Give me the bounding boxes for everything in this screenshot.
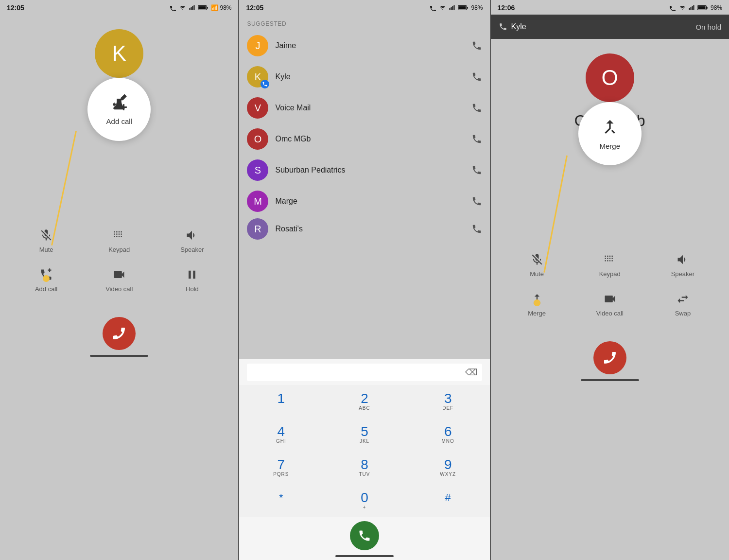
phone-icon-1 [169, 5, 177, 11]
key-3[interactable]: 3DEF [406, 385, 490, 418]
yellow-dot-3 [534, 299, 540, 306]
on-hold-bar: Kyle On hold [491, 15, 729, 39]
key-2[interactable]: 2ABC [323, 385, 406, 418]
status-icons-2: 98% [429, 4, 483, 11]
speaker-icon-3 [676, 253, 690, 266]
status-bar-3: 12:06 98% [491, 0, 729, 15]
contacts-list: SUGGESTED J Jaime K Kyle V Voi [239, 15, 489, 359]
svg-rect-5 [207, 7, 208, 9]
key-6[interactable]: 6MNO [406, 418, 490, 451]
mute-label-3: Mute [530, 270, 544, 278]
contact-item-rosatis[interactable]: R Rosati's [239, 217, 489, 241]
svg-rect-15 [690, 7, 691, 10]
end-call-btn-1[interactable] [103, 317, 136, 350]
key-4[interactable]: 4GHI [239, 418, 323, 451]
end-call-icon-3 [602, 350, 618, 366]
key-9[interactable]: 9WXYZ [406, 451, 490, 484]
merge-icon-circle [600, 117, 620, 141]
video-call-btn-1[interactable]: Video call [87, 268, 151, 293]
status-icons-1: 📶 98% [169, 4, 231, 11]
call-icon-suburban [471, 165, 482, 175]
home-indicator-2 [335, 555, 394, 557]
key-hash[interactable]: # [406, 484, 490, 517]
mute-btn-1[interactable]: Mute [15, 228, 78, 253]
contact-item-omcmgb[interactable]: O Omc MGb [239, 123, 489, 155]
avatar-kyle: K [95, 29, 143, 78]
highlight-circle-add-call[interactable]: Add call [87, 78, 151, 141]
svg-rect-8 [451, 7, 452, 10]
speaker-label-1: Speaker [180, 246, 204, 253]
mute-btn-3[interactable]: Mute [505, 253, 569, 278]
keypad-label-1: Keypad [108, 246, 130, 253]
call-icon-marge [471, 196, 482, 207]
speaker-btn-3[interactable]: Speaker [651, 253, 714, 278]
video-call-label-3: Video call [596, 310, 624, 317]
hold-btn-1[interactable]: Hold [160, 268, 224, 293]
mute-icon [39, 228, 53, 242]
svg-rect-1 [191, 7, 192, 10]
contact-item-suburban[interactable]: S Suburban Pediatrics [239, 155, 489, 186]
keypad-btn-3[interactable]: Keypad [578, 253, 642, 278]
svg-rect-19 [706, 7, 707, 9]
svg-rect-13 [459, 6, 466, 9]
contact-item-jaime[interactable]: J Jaime [239, 30, 489, 61]
wifi-icon-3 [679, 5, 686, 11]
end-call-btn-3[interactable] [593, 341, 626, 374]
avatar-kyle-2: K [247, 66, 268, 88]
svg-rect-10 [454, 5, 455, 10]
delete-icon[interactable]: ⌫ [465, 367, 477, 378]
time-1: 12:05 [7, 4, 24, 12]
key-0[interactable]: 0+ [323, 484, 406, 517]
battery-pct-3: 98% [711, 4, 722, 11]
active-call-icon [262, 81, 268, 87]
svg-rect-2 [192, 6, 193, 10]
green-call-btn[interactable] [350, 521, 379, 550]
key-1[interactable]: 1 [239, 385, 323, 418]
signal-icon-3 [688, 5, 695, 11]
svg-rect-20 [698, 6, 705, 9]
contact-item-voicemail[interactable]: V Voice Mail [239, 92, 489, 123]
dial-input[interactable] [252, 368, 465, 377]
merge-label-circle: Merge [599, 142, 620, 150]
key-star[interactable]: * [239, 484, 323, 517]
swap-btn-3[interactable]: Swap [651, 292, 714, 317]
speaker-btn-1[interactable]: Speaker [160, 228, 224, 253]
merge-label-grid: Merge [528, 310, 546, 317]
screen1-kyle-call: 12:05 📶 98% K Kyle HD 00:03 [0, 0, 239, 560]
video-call-icon [112, 268, 126, 281]
battery-icon-1 [198, 5, 208, 11]
merge-btn-3[interactable]: Merge [505, 292, 569, 317]
add-call-btn-1[interactable]: Add call [15, 268, 78, 293]
video-call-btn-3[interactable]: Video call [578, 292, 642, 317]
phone-icon-3 [669, 5, 677, 11]
contact-item-marge[interactable]: M Marge [239, 186, 489, 217]
key-8[interactable]: 8TUV [323, 451, 406, 484]
home-indicator-1 [90, 355, 148, 357]
avatar-omcmgb: O [247, 128, 268, 150]
avatar-marge: M [247, 191, 268, 212]
active-call-badge [260, 80, 269, 88]
keypad-icon-3 [603, 253, 617, 266]
yellow-dot-1 [43, 275, 50, 282]
svg-rect-3 [194, 5, 195, 10]
avatar-voicemail: V [247, 97, 268, 119]
video-call-label-1: Video call [105, 285, 133, 293]
video-call-icon-3 [603, 292, 617, 306]
contact-item-kyle[interactable]: K Kyle [239, 61, 489, 92]
svg-rect-0 [190, 8, 191, 10]
key-5[interactable]: 5JKL [323, 418, 406, 451]
speaker-label-3: Speaker [671, 270, 694, 278]
svg-rect-14 [689, 8, 690, 10]
highlight-circle-merge[interactable]: Merge [578, 102, 642, 165]
call-icon-kyle [471, 71, 482, 82]
keypad-btn-1[interactable]: Keypad [87, 228, 151, 253]
svg-rect-9 [452, 6, 453, 10]
search-bar: ⌫ [247, 364, 482, 381]
avatar-suburban: S [247, 159, 268, 181]
key-7[interactable]: 7PQRS [239, 451, 323, 484]
call-content-3: O Omc MGb HD 00:03 Merge Mute [491, 39, 729, 560]
signal-icon-1 [189, 5, 195, 11]
avatar-omcmgb-3: O [586, 53, 634, 102]
call-icon-rosatis [471, 224, 482, 234]
call-content-1: K Kyle HD 00:03 Add call Mute [0, 15, 238, 560]
